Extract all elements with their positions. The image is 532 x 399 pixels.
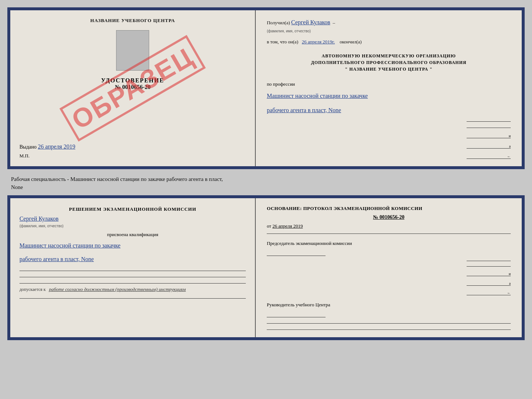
vtom-date: 26 апреля 2019г. <box>302 39 335 44</box>
profession-line2-bottom: рабочего агента в пласт, None <box>19 254 246 265</box>
photo-placeholder <box>116 30 149 71</box>
dopuskaetsya-label: допускается к <box>19 287 46 292</box>
vydano-label: Выдано <box>19 144 37 150</box>
school-name-top: НАЗВАНИЕ УЧЕБНОГО ЦЕНТРА <box>90 18 175 24</box>
vydano-date: 26 апреля 2019 <box>38 143 75 150</box>
profession-line1-top: Машинист насосной станции по закачке <box>267 91 511 101</box>
rukovoditel-block: Руководитель учебного Центра <box>267 302 511 317</box>
udostoverenie-number: № 0010656-20 <box>101 84 164 90</box>
familiya-hint-bottom: (фамилия, имя, отчество) <box>19 224 64 228</box>
org-line3: " НАЗВАНИЕ УЧЕБНОГО ЦЕНТРА " <box>267 66 511 72</box>
ot-date: 26 апреля 2019 <box>272 223 303 229</box>
rukovoditel-sig-line <box>267 317 326 317</box>
org-block: АВТОНОМНУЮ НЕКОММЕРЧЕСКУЮ ОРГАНИЗАЦИЮ ДО… <box>267 53 511 72</box>
page-wrapper: НАЗВАНИЕ УЧЕБНОГО ЦЕНТРА УДОСТОВЕРЕНИЕ №… <box>7 7 525 340</box>
description-block: Рабочая специальность - Машинист насосно… <box>7 173 525 192</box>
vtom-line: в том, что он(а) 26 апреля 2019г. окончи… <box>267 38 511 46</box>
ot-line: от 26 апреля 2019 <box>267 223 511 229</box>
rukovoditel-title: Руководитель учебного Центра <box>267 302 511 308</box>
bottom-name: Сергей Кулаков <box>19 215 58 222</box>
mp-label: М.П. <box>19 153 29 159</box>
prisvoena-label: присвоена квалификация <box>19 232 246 238</box>
udostoverenie-title: УДОСТОВЕРЕНИЕ <box>101 77 164 84</box>
description-text2: None <box>11 184 23 190</box>
dopuskaetsya-line: допускается к работе согласно должностны… <box>19 286 246 292</box>
vtom-label: в том, что он(а) <box>267 39 298 44</box>
osnov-label: Основание: протокол экзаменационной коми… <box>267 206 511 211</box>
vydano-line: Выдано 26 апреля 2019 <box>19 143 75 150</box>
osnov-text: Основание: протокол экзаменационной коми… <box>267 206 422 211</box>
ot-label: от <box>267 223 271 229</box>
bottom-name-block: Сергей Кулаков (фамилия, имя, отчество) <box>19 215 246 229</box>
doc-bottom-right: Основание: протокол экзаменационной коми… <box>256 198 522 337</box>
poluchil-name: Сергей Кулаков <box>291 19 330 25</box>
description-text1: Рабочая специальность - Машинист насосно… <box>11 176 223 182</box>
org-line1: АВТОНОМНУЮ НЕКОММЕРЧЕСКУЮ ОРГАНИЗАЦИЮ <box>267 53 511 59</box>
protocol-num: № 0010656-20 <box>267 214 511 220</box>
profession-line1-bottom: Машинист насосной станции по закачке <box>19 241 246 251</box>
poluchil-line: Получил(а) Сергей Кулаков – (фамилия, им… <box>267 18 511 35</box>
okonchil-label: окончил(а) <box>339 39 362 44</box>
poluchil-label: Получил(а) <box>267 20 290 25</box>
predsedatel-title: Председатель экзаменационной комиссии <box>267 241 511 246</box>
udostoverenie-block: УДОСТОВЕРЕНИЕ № 0010656-20 <box>101 77 164 90</box>
doc-bottom-left: Решением экзаменационной комиссии Сергей… <box>10 198 256 337</box>
familiya-hint-top: (фамилия, имя, отчество) <box>267 29 311 33</box>
predsedatel-block: Председатель экзаменационной комиссии <box>267 241 511 256</box>
profession-line2-top: рабочего агента в пласт, None <box>267 105 511 116</box>
commission-title: Решением экзаменационной комиссии <box>19 206 246 213</box>
po-professii: по профессии <box>267 81 511 87</box>
document-top: НАЗВАНИЕ УЧЕБНОГО ЦЕНТРА УДОСТОВЕРЕНИЕ №… <box>7 7 525 169</box>
dopuskaetsya-text: работе согласно должностным (производств… <box>49 286 186 292</box>
doc-top-left: НАЗВАНИЕ УЧЕБНОГО ЦЕНТРА УДОСТОВЕРЕНИЕ №… <box>10 10 256 166</box>
doc-top-right: Получил(а) Сергей Кулаков – (фамилия, им… <box>256 10 522 166</box>
org-line2: ДОПОЛНИТЕЛЬНОГО ПРОФЕССИОНАЛЬНОГО ОБРАЗО… <box>267 59 511 66</box>
predsedatel-sig-line <box>267 256 326 256</box>
document-bottom: Решением экзаменационной комиссии Сергей… <box>7 195 525 340</box>
